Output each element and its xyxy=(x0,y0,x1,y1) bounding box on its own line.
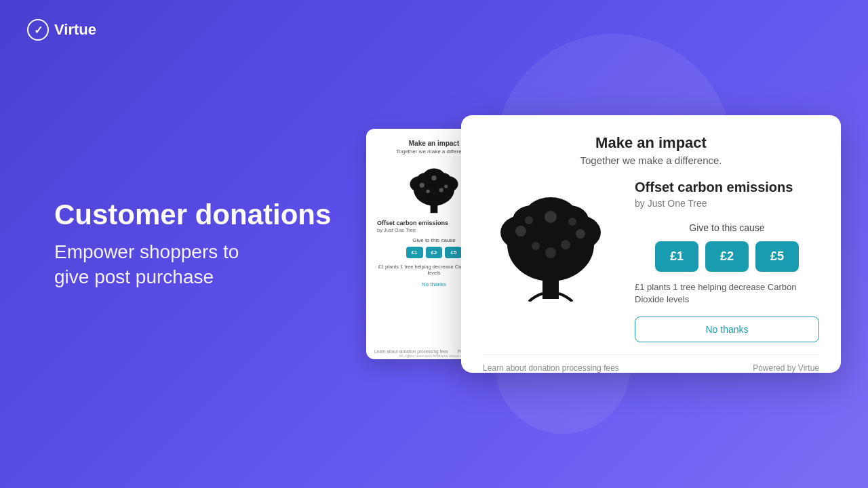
main-heading: Customer donations xyxy=(54,198,331,232)
large-card-title: Make an impact xyxy=(483,134,819,152)
small-footer-left[interactable]: Learn about donation processing fees xyxy=(374,349,448,354)
main-description: Empower shoppers to give post purchase xyxy=(54,241,331,290)
svg-point-24 xyxy=(545,247,556,258)
svg-point-7 xyxy=(420,183,425,188)
small-btn-1[interactable]: £1 xyxy=(406,247,423,258)
large-cause-title: Offset carbon emissions xyxy=(635,180,819,195)
svg-point-23 xyxy=(561,240,570,249)
large-card-subtitle: Together we make a difference. xyxy=(483,155,819,166)
svg-point-21 xyxy=(545,211,557,223)
large-card-body: Offset carbon emissions by Just One Tree… xyxy=(483,180,819,342)
svg-point-11 xyxy=(439,188,443,192)
small-btn-3[interactable]: £5 xyxy=(445,247,462,258)
large-btn-2[interactable]: £2 xyxy=(705,241,749,272)
cards-container: Make an impact Together we make a differ… xyxy=(366,115,841,373)
no-thanks-button[interactable]: No thanks xyxy=(635,317,819,342)
svg-point-22 xyxy=(532,242,540,250)
svg-point-9 xyxy=(431,176,436,180)
small-btn-2[interactable]: £2 xyxy=(426,247,443,258)
large-footer-left[interactable]: Learn about donation processing fees xyxy=(483,363,619,373)
svg-point-26 xyxy=(568,218,576,226)
large-give-label: Give to this cause xyxy=(635,222,819,233)
svg-point-19 xyxy=(515,226,526,237)
logo: Virtue xyxy=(27,19,96,41)
large-cause-by: by Just One Tree xyxy=(635,198,819,209)
large-impact-text: £1 plants 1 tree helping decrease Carbon… xyxy=(635,281,819,306)
svg-point-25 xyxy=(525,216,533,224)
large-amount-buttons: £1 £2 £5 xyxy=(635,241,819,272)
svg-point-8 xyxy=(444,184,448,188)
large-btn-1[interactable]: £1 xyxy=(655,241,698,272)
logo-text: Virtue xyxy=(54,21,96,39)
large-footer-right: Powered by Virtue xyxy=(753,363,819,373)
svg-point-6 xyxy=(434,173,451,186)
large-card-header: Make an impact Together we make a differ… xyxy=(483,134,819,166)
tree-svg-small xyxy=(403,160,465,214)
large-card-footer: Learn about donation processing fees Pow… xyxy=(483,354,819,373)
large-card-info: Offset carbon emissions by Just One Tree… xyxy=(635,180,819,342)
large-card-tree xyxy=(483,180,618,304)
svg-point-5 xyxy=(417,173,434,186)
card-large: Make an impact Together we make a differ… xyxy=(461,115,841,373)
svg-point-10 xyxy=(426,190,429,193)
left-section: Customer donations Empower shoppers to g… xyxy=(54,198,331,289)
logo-icon xyxy=(27,19,49,41)
large-btn-3[interactable]: £5 xyxy=(755,241,799,272)
tree-svg-large xyxy=(483,180,618,302)
svg-point-20 xyxy=(576,229,585,239)
